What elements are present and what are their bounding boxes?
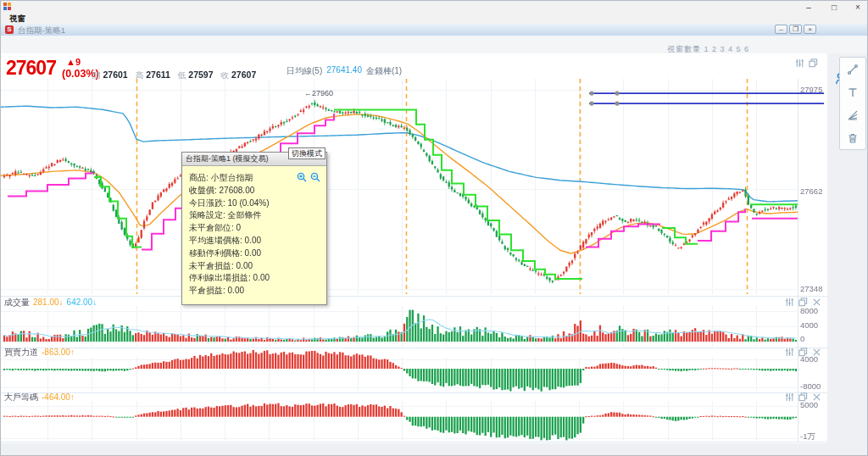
mdi-restore-button[interactable]: ❐ [789, 25, 802, 34]
low-value: 27597 [188, 70, 213, 80]
zoom-in-icon[interactable] [297, 170, 307, 186]
zoom-out-icon[interactable] [310, 170, 320, 186]
window-close-button[interactable]: × [850, 2, 865, 13]
drawing-toolbar [839, 57, 866, 150]
price-change: ▲9 [66, 57, 81, 67]
info-row-stopline-pl: 停利線出場損益: 0.00 [189, 272, 320, 285]
indicator-header: 日均線(5) 27641.40 金錢棒(1) [287, 65, 402, 77]
volume-axis-tick-3: 0 [800, 334, 827, 343]
main-pane-tools [795, 58, 818, 68]
indicator-settings-icon[interactable] [785, 348, 794, 357]
chips-axis-tick-2: -1万 [800, 431, 827, 442]
info-row-close: 收盤價: 27608.00 [189, 185, 320, 197]
info-row-change: 今日漲跌: 10 (0.04%) [189, 197, 320, 210]
menu-bar: 視窗 [1, 13, 868, 24]
mdi-close-button[interactable]: × [804, 25, 816, 34]
strategy-info-panel[interactable]: 台指期-策略1 (模擬交易) 切換模式 商品: 小型台指期 收盤價: 27608… [181, 152, 327, 305]
volume-label[interactable]: 成交量 [4, 297, 30, 309]
main-axis-tick-3: 27348 [800, 284, 827, 293]
power-pane-header: 買賣力道 -863.00↑ [4, 347, 75, 359]
open-label: 開 [92, 70, 101, 80]
ohlc-readout: 開27601 高27611 低27597 收27607 [92, 66, 256, 81]
indicator-settings-icon[interactable] [785, 392, 794, 402]
indicator-settings-icon[interactable] [785, 298, 794, 307]
volume-axis-tick-1: 8000 [800, 306, 827, 315]
menu-window[interactable]: 視窗 [9, 13, 25, 24]
strategy-tab-icon: S [5, 25, 14, 34]
close-label: 收 [221, 70, 230, 80]
chips-label[interactable]: 大戶籌碼 [4, 392, 38, 403]
down-arrow-icon: ↓ [92, 298, 97, 307]
info-row-open-pl: 未平倉損益: 0.00 [189, 260, 320, 273]
power-value: -863.00 [42, 348, 70, 357]
down-arrow-icon: ↓ [59, 298, 64, 307]
up-arrow-icon: ↑ [70, 392, 75, 402]
peak-annotation: ←27960 [304, 89, 333, 97]
chart-area [1, 53, 827, 443]
up-arrow-icon: ↑ [70, 348, 75, 357]
last-price: 27607 [6, 57, 56, 80]
line-draw-icon[interactable] [847, 64, 859, 75]
text-tool-icon[interactable] [847, 86, 859, 98]
moneybar-label[interactable]: 金錢棒(1) [366, 65, 402, 77]
duplicate-icon[interactable] [809, 58, 818, 68]
window-minimize-button[interactable]: – [801, 2, 816, 13]
info-row-trailing-stop: 移動停利價格: 0.00 [189, 247, 320, 260]
open-value: 27601 [103, 70, 128, 80]
volume-average: 642.00 [67, 298, 93, 307]
main-axis-tick-1: 27975 [800, 85, 827, 94]
volume-axis-tick-2: 4000 [800, 320, 827, 330]
trash-icon[interactable] [847, 132, 859, 144]
mdi-minimize-button[interactable]: – [775, 25, 787, 34]
info-row-position: 未平倉部位: 0 [189, 222, 320, 235]
tab-strip: S 台指期-策略1 – ❐ × [1, 24, 868, 36]
trading-app-window: { "window": { "menu": "視窗", "controls": … [0, 0, 868, 456]
low-label: 低 [178, 70, 186, 80]
power-axis-tick-2: -8000 [800, 381, 827, 391]
app-icon [3, 3, 11, 10]
volume-current: 281.00 [33, 298, 59, 307]
info-row-strategy: 策略設定: 全部條件 [189, 209, 320, 222]
info-row-closed-pl: 平倉損益: 0.00 [189, 285, 320, 298]
window-maximize-button[interactable]: □ [826, 2, 842, 13]
power-label[interactable]: 買賣力道 [4, 347, 38, 359]
indicator-settings-icon[interactable] [795, 58, 804, 68]
volume-pane-header: 成交量 281.00↓ 642.00↓ [4, 297, 97, 309]
main-axis-tick-2: 27662 [800, 186, 827, 196]
power-axis-tick-1: 4000 [800, 354, 827, 364]
chips-axis-tick-1: 5000 [800, 400, 827, 409]
ma-value: 27641.40 [326, 65, 362, 77]
high-value: 27611 [146, 70, 170, 80]
chips-value: -464.00 [42, 392, 70, 402]
info-row-avg-entry: 平均進場價格: 0.00 [189, 235, 320, 247]
chips-pane-header: 大戶籌碼 -464.00↑ [4, 392, 75, 403]
ma-label[interactable]: 日均線(5) [287, 65, 322, 77]
high-label: 高 [136, 70, 144, 80]
fan-lines-icon[interactable] [847, 109, 859, 121]
close-value: 27607 [231, 70, 256, 80]
title-bar: – □ × [1, 1, 868, 13]
chart-canvas[interactable] [1, 53, 827, 443]
strategy-info-body: 商品: 小型台指期 收盤價: 27608.00 今日漲跌: 10 (0.04%)… [182, 166, 326, 304]
switch-mode-button[interactable]: 切換模式 [288, 147, 326, 159]
